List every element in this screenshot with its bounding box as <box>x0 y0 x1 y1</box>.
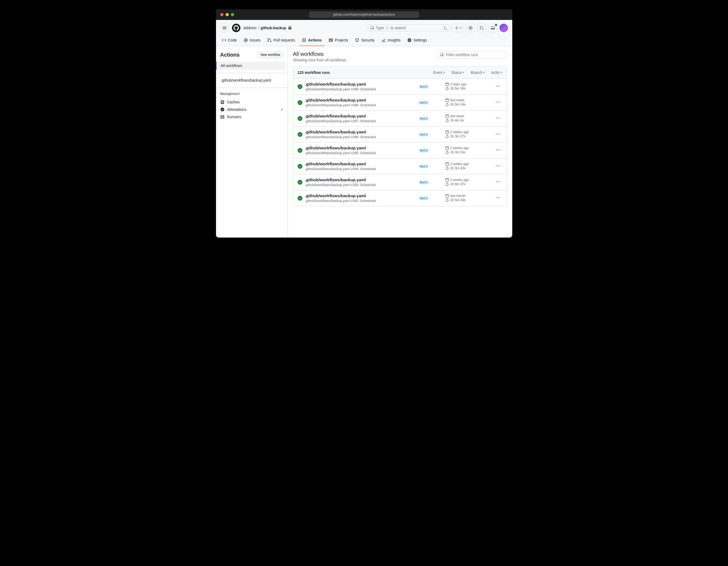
run-title[interactable]: .github/workflows/backup.yaml <box>305 130 403 134</box>
hamburger-icon <box>222 26 227 30</box>
sidebar-item-label: Attestations <box>227 107 247 112</box>
run-row[interactable]: .github/workflows/backup.yaml .github/wo… <box>293 174 507 190</box>
sidebar-item-runners[interactable]: Runners <box>216 113 287 121</box>
run-menu-button[interactable] <box>494 148 502 153</box>
run-duration: 2h 3m 54s <box>445 150 492 154</box>
run-title[interactable]: .github/workflows/backup.yaml <box>305 162 403 166</box>
github-logo[interactable] <box>232 24 240 32</box>
filter-branch[interactable]: Branch <box>471 70 485 75</box>
tab-settings[interactable]: Settings <box>405 36 430 46</box>
kebab-icon <box>496 196 500 200</box>
run-time: 3 weeks ago <box>445 162 492 166</box>
run-subtitle: .github/workflows/backup.yaml #399: Sche… <box>305 87 403 91</box>
pull-requests-button[interactable] <box>477 24 486 32</box>
issue-opened-icon <box>244 38 248 42</box>
lock-icon <box>288 26 292 31</box>
run-menu-button[interactable] <box>494 84 502 89</box>
tab-code[interactable]: Code <box>219 36 239 46</box>
filter-event[interactable]: Event <box>433 70 445 75</box>
tab-insights[interactable]: Insights <box>379 36 403 46</box>
run-title[interactable]: .github/workflows/backup.yaml <box>305 82 403 87</box>
external-link-icon: ↗ <box>280 107 283 112</box>
branch-tag[interactable]: main <box>418 196 429 200</box>
run-row[interactable]: .github/workflows/backup.yaml .github/wo… <box>293 95 507 111</box>
sidebar-item-workflow[interactable]: .github/workflows/backup.yaml <box>216 76 287 84</box>
stopwatch-icon <box>445 150 449 154</box>
run-duration: 2h 4m 4s <box>445 119 492 122</box>
sidebar-item-all-workflows[interactable]: All workflows <box>216 62 285 70</box>
run-row[interactable]: .github/workflows/backup.yaml .github/wo… <box>293 79 507 95</box>
minimize-window-button[interactable] <box>226 13 229 16</box>
new-workflow-button[interactable]: New workflow <box>257 52 283 58</box>
notifications-button[interactable] <box>488 24 497 32</box>
branch-tag[interactable]: main <box>418 148 429 153</box>
database-icon <box>220 100 225 104</box>
caret-down-icon <box>501 72 502 73</box>
run-row[interactable]: .github/workflows/backup.yaml .github/wo… <box>293 126 507 142</box>
user-avatar[interactable] <box>500 24 508 32</box>
run-title[interactable]: .github/workflows/backup.yaml <box>305 193 403 198</box>
stopwatch-icon <box>445 198 449 202</box>
run-time: last week <box>445 98 492 102</box>
maximize-window-button[interactable] <box>231 13 234 16</box>
stopwatch-icon <box>445 166 449 170</box>
run-row[interactable]: .github/workflows/backup.yaml .github/wo… <box>293 111 507 126</box>
branch-tag[interactable]: main <box>418 116 429 121</box>
close-window-button[interactable] <box>220 13 223 16</box>
tab-pull-requests[interactable]: Pull requests <box>265 36 298 46</box>
issues-button[interactable] <box>466 24 475 32</box>
run-menu-button[interactable] <box>494 116 502 121</box>
global-search[interactable]: Type / to search <box>368 24 450 31</box>
status-success-icon <box>298 164 302 169</box>
run-title[interactable]: .github/workflows/backup.yaml <box>305 98 403 103</box>
filter-runs-box[interactable] <box>437 51 507 58</box>
status-success-icon <box>298 116 302 121</box>
run-row[interactable]: .github/workflows/backup.yaml .github/wo… <box>293 142 507 158</box>
stopwatch-icon <box>445 182 449 186</box>
sidebar: Actions New workflow All workflows .gith… <box>216 46 288 238</box>
graph-icon <box>382 38 386 42</box>
tab-actions[interactable]: Actions <box>299 36 324 46</box>
stopwatch-icon <box>445 103 449 106</box>
run-title[interactable]: .github/workflows/backup.yaml <box>305 146 403 150</box>
status-success-icon <box>298 180 302 185</box>
run-duration: 2h 5m 24s <box>445 103 492 106</box>
branch-tag[interactable]: main <box>418 100 429 105</box>
runs-panel: 125 workflow runs Event Status Branch Ac… <box>293 66 507 206</box>
run-menu-button[interactable] <box>494 132 502 137</box>
run-title[interactable]: .github/workflows/backup.yaml <box>305 178 403 182</box>
run-time: last month <box>445 194 492 198</box>
run-menu-button[interactable] <box>494 164 502 169</box>
run-duration: 2h 3m 27s <box>445 134 492 138</box>
filter-actor[interactable]: Actor <box>491 70 502 75</box>
run-time: 3 weeks ago <box>445 178 492 182</box>
sidebar-item-caches[interactable]: Caches <box>216 98 287 106</box>
branch-tag[interactable]: main <box>418 164 429 168</box>
sidebar-item-attestations[interactable]: Attestations ↗ <box>216 106 287 113</box>
url-bar[interactable]: github.com/Addono/github-backup/actions <box>309 11 419 18</box>
filter-status[interactable]: Status <box>451 70 464 75</box>
create-new-button[interactable] <box>452 24 464 32</box>
kebab-icon <box>496 164 500 168</box>
browser-chrome: github.com/Addono/github-backup/actions <box>216 9 512 20</box>
run-subtitle: .github/workflows/backup.yaml #394: Sche… <box>305 167 403 171</box>
menu-button[interactable] <box>220 24 229 32</box>
branch-tag[interactable]: main <box>418 85 429 89</box>
search-icon <box>370 26 374 30</box>
filter-runs-input[interactable] <box>446 53 504 57</box>
tab-security[interactable]: Security <box>352 36 377 46</box>
run-menu-button[interactable] <box>494 196 502 201</box>
branch-tag[interactable]: main <box>418 180 429 184</box>
tab-projects[interactable]: Projects <box>326 36 351 46</box>
run-subtitle: .github/workflows/backup.yaml #393: Sche… <box>305 183 403 187</box>
breadcrumb-owner[interactable]: Addono <box>244 26 256 30</box>
run-menu-button[interactable] <box>494 180 502 185</box>
run-title[interactable]: .github/workflows/backup.yaml <box>305 114 403 119</box>
run-menu-button[interactable] <box>494 100 502 105</box>
branch-tag[interactable]: main <box>418 132 429 137</box>
tab-issues[interactable]: Issues <box>241 36 263 46</box>
run-row[interactable]: .github/workflows/backup.yaml .github/wo… <box>293 190 507 206</box>
breadcrumb-repo[interactable]: github-backup <box>261 26 286 30</box>
run-row[interactable]: .github/workflows/backup.yaml .github/wo… <box>293 158 507 174</box>
caret-down-icon <box>463 72 464 73</box>
